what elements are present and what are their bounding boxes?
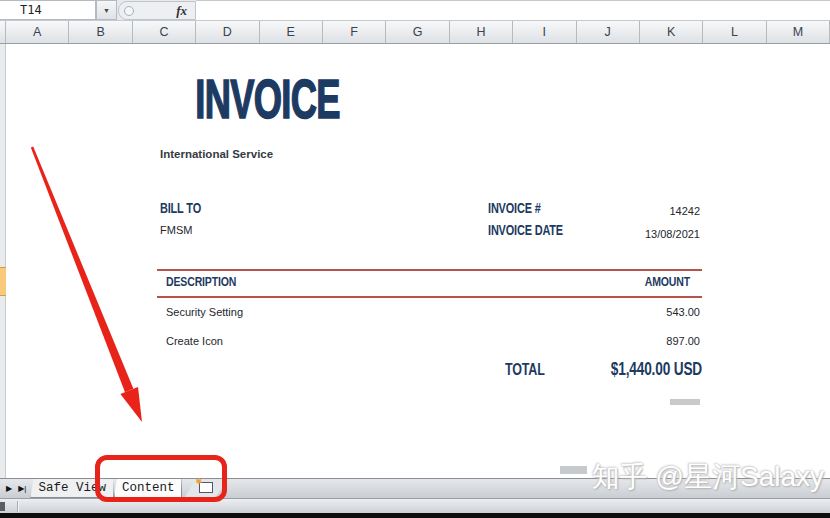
column-header-k[interactable]: K — [640, 21, 703, 43]
table-row-amount: 897.00 — [666, 335, 700, 347]
formula-bar-pill: fx — [118, 1, 196, 20]
total-label: TOTAL — [505, 361, 545, 379]
bottom-black-strip — [0, 513, 830, 518]
status-bar-divider — [17, 501, 18, 512]
status-bar — [0, 498, 830, 513]
insert-worksheet-icon — [199, 482, 213, 493]
bill-to-label: BILL TO — [160, 200, 201, 216]
sheet-area: INVOICE International Service BILL TO FM… — [0, 44, 830, 478]
table-row-amount: 543.00 — [666, 306, 700, 318]
formula-bar-row: T14 ▼ fx — [0, 0, 830, 21]
name-box[interactable]: T14 — [0, 0, 96, 20]
column-header-l[interactable]: L — [703, 21, 766, 43]
tab-navigation: ▶ ▶| — [0, 479, 30, 498]
invoice-number-value: 14242 — [669, 205, 700, 217]
status-text-fragment — [0, 502, 5, 511]
column-header-g[interactable]: G — [386, 21, 449, 43]
column-header-c[interactable]: C — [133, 21, 196, 43]
sheet-tab-safe-view[interactable]: Safe View — [30, 479, 114, 498]
amount-header: AMOUNT — [645, 274, 690, 289]
insert-worksheet-tab[interactable] — [184, 479, 226, 498]
formula-input[interactable] — [196, 0, 830, 20]
column-header-i[interactable]: I — [513, 21, 576, 43]
selected-row-highlight — [0, 267, 6, 296]
column-header-f[interactable]: F — [323, 21, 386, 43]
table-header-rule — [157, 296, 702, 298]
chevron-down-icon: ▼ — [103, 7, 110, 14]
column-header-b[interactable]: B — [69, 21, 132, 43]
invoice-subtitle: International Service — [160, 148, 273, 160]
insert-function-icon[interactable]: fx — [176, 3, 187, 19]
cell-reference: T14 — [20, 3, 42, 17]
total-value: $1,440.00 USD — [611, 359, 702, 380]
next-sheet-icon[interactable]: ▶ — [6, 484, 12, 493]
excel-window: T14 ▼ fx A B C D E F G H I J K L M INVOI… — [0, 0, 830, 518]
column-header-d[interactable]: D — [196, 21, 259, 43]
table-row-description: Create Icon — [166, 335, 223, 347]
table-top-rule — [157, 269, 702, 271]
scroll-thumb-fragment — [560, 466, 587, 474]
row-header-strip — [0, 44, 6, 478]
formula-bar-collapse-button[interactable] — [124, 6, 134, 16]
column-header-j[interactable]: J — [577, 21, 640, 43]
invoice-title: INVOICE — [195, 72, 340, 127]
column-header-m[interactable]: M — [767, 21, 830, 43]
column-header-row: A B C D E F G H I J K L M — [0, 21, 830, 44]
name-box-dropdown[interactable]: ▼ — [96, 0, 117, 20]
invoice-number-label: INVOICE # — [488, 200, 541, 216]
page-footer-bar — [670, 399, 700, 405]
invoice-date-value: 13/08/2021 — [645, 228, 700, 240]
last-sheet-icon[interactable]: ▶| — [18, 484, 26, 493]
column-header-e[interactable]: E — [260, 21, 323, 43]
description-header: DESCRIPTION — [166, 274, 236, 289]
table-row-description: Security Setting — [166, 306, 243, 318]
watermark: 知乎 @星河Salaxy — [592, 458, 824, 496]
column-header-a[interactable]: A — [6, 21, 69, 43]
bill-to-value: FMSM — [160, 224, 192, 236]
invoice-date-label: INVOICE DATE — [488, 222, 563, 238]
sheet-tab-content[interactable]: Content — [114, 479, 183, 498]
column-header-h[interactable]: H — [450, 21, 513, 43]
